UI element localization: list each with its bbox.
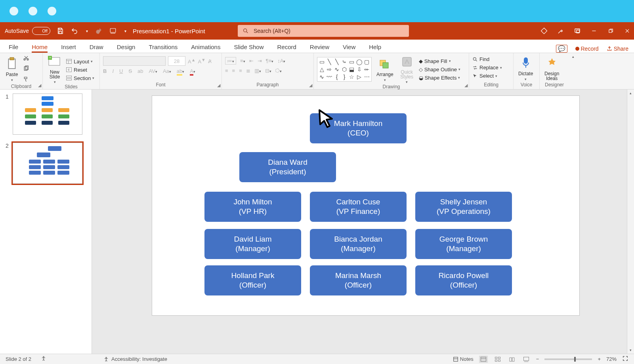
slide-counter[interactable]: Slide 2 of 2 [6, 356, 31, 362]
thumbnail-1-wrapper[interactable]: 1 [0, 90, 92, 139]
save-icon[interactable] [57, 27, 64, 34]
shape-effects-button[interactable]: ◒ Shape Effects▾ [419, 75, 460, 81]
zoom-slider[interactable] [544, 358, 592, 360]
replace-button[interactable]: Replace ▾ [472, 65, 502, 71]
thumbnail-2[interactable] [13, 143, 82, 184]
shape-callout-icon[interactable]: ⬰ [363, 66, 370, 73]
align-center-button[interactable]: ≡ [232, 68, 235, 74]
shape-curve-icon[interactable]: ∿ [333, 66, 341, 73]
share-button[interactable]: Share [607, 46, 628, 52]
paragraph-dialog-launcher[interactable]: ◢ [309, 83, 312, 88]
copy-icon[interactable] [23, 65, 29, 73]
tab-animations[interactable]: Animations [191, 44, 220, 53]
restore-button[interactable] [607, 27, 614, 34]
shape-textbox-icon[interactable]: ▭ [318, 58, 326, 66]
smartart-button[interactable]: ⭔▾ [275, 68, 282, 74]
italic-button[interactable]: I [112, 68, 114, 74]
slide-editor[interactable]: Mark Hamilton (CEO) Diana Ward (Presiden… [92, 90, 627, 354]
zoom-in-button[interactable]: + [598, 356, 601, 362]
diamond-icon[interactable] [540, 27, 548, 34]
org-box-president[interactable]: Diana Ward (President) [239, 152, 336, 182]
minimize-button[interactable] [590, 27, 598, 34]
zoom-out-button[interactable]: − [536, 356, 539, 362]
shadow-button[interactable]: ab [137, 68, 143, 74]
shape-hex-icon[interactable]: ⬡ [341, 66, 348, 73]
decrease-indent-button[interactable]: ⇤ [249, 58, 254, 64]
align-text-button[interactable]: ⊟▾ [265, 68, 271, 74]
tab-help[interactable]: Help [369, 44, 381, 53]
shape-more-icon[interactable]: ⋯ [363, 73, 370, 80]
thumbnail-2-wrapper[interactable]: 2 [0, 139, 92, 188]
org-box-vp-ops[interactable]: Shelly Jensen (VP Operations) [415, 192, 512, 222]
shape-arrowd-icon[interactable]: ⇩ [355, 66, 363, 73]
shape-freeform-icon[interactable]: ∿ [318, 73, 326, 80]
shape-block-icon[interactable]: ⬓ [348, 66, 355, 73]
accessibility-status[interactable]: Accessibility: Investigate [103, 356, 167, 362]
scroll-up-icon[interactable]: ▴ [630, 91, 632, 95]
dictate-button[interactable]: Dictate▾ [517, 56, 535, 81]
shape-rect-icon[interactable]: ▭ [348, 58, 355, 66]
thumbnail-1[interactable] [13, 93, 82, 135]
comments-button[interactable]: 💬 [556, 45, 567, 53]
org-box-off-1[interactable]: Holland Park (Officer) [204, 265, 301, 295]
shape-action-icon[interactable]: ▷ [355, 73, 363, 80]
layout-button[interactable]: Layout▾ [66, 59, 94, 65]
collapse-ribbon-icon[interactable]: ▴ [572, 55, 574, 59]
eyedropper-icon[interactable] [557, 27, 564, 34]
thumbnail-pane[interactable]: 1 2 [0, 90, 92, 354]
paste-button[interactable]: Paste ▾ [3, 57, 21, 82]
search-box[interactable]: Search (Alt+Q) [238, 25, 409, 37]
org-box-off-2[interactable]: Marina Marsh (Officer) [310, 265, 407, 295]
org-box-vp-finance[interactable]: Carlton Cuse (VP Finance) [310, 192, 407, 222]
font-dialog-launcher[interactable]: ◢ [217, 83, 220, 88]
undo-icon[interactable] [71, 27, 78, 34]
increase-font-icon[interactable]: A▲ [188, 57, 195, 65]
shape-star-icon[interactable]: ☆ [348, 73, 355, 80]
close-button[interactable] [624, 27, 631, 34]
justify-button[interactable]: ≣ [246, 68, 250, 74]
org-box-mgr-2[interactable]: Bianca Jordan (Manager) [310, 229, 407, 259]
clipboard-dialog-launcher[interactable]: ◢ [38, 83, 41, 88]
vertical-scrollbar[interactable]: ▴ ▾ [627, 90, 634, 354]
new-slide-button[interactable]: + New Slide ▾ [46, 55, 63, 84]
shape-roundrect-icon[interactable]: ▢ [363, 58, 370, 66]
select-button[interactable]: Select▾ [472, 73, 497, 79]
org-box-mgr-3[interactable]: George Brown (Manager) [415, 229, 512, 259]
shape-arrow-icon[interactable]: ⇨ [326, 66, 333, 73]
zoom-level[interactable]: 72% [606, 356, 617, 362]
shape-connector-icon[interactable]: ⤷ [341, 58, 348, 66]
shape-curve2-icon[interactable]: 〰 [326, 73, 333, 80]
window-minimize-dot[interactable] [29, 7, 37, 15]
align-right-button[interactable]: ≡ [239, 68, 242, 74]
slide-canvas[interactable]: Mark Hamilton (CEO) Diana Ward (Presiden… [152, 96, 579, 315]
font-name-combo[interactable] [103, 56, 166, 66]
bullets-button[interactable]: ≔▾ [225, 57, 236, 65]
shape-line-icon[interactable]: ╲ [326, 58, 333, 66]
fit-to-window-button[interactable] [622, 355, 628, 363]
numbering-button[interactable]: ≡▾ [240, 58, 245, 64]
font-color-button[interactable]: A▾ [190, 68, 195, 74]
window-close-dot[interactable] [10, 7, 18, 15]
scroll-down-icon[interactable]: ▾ [630, 348, 632, 352]
reset-button[interactable]: Reset [66, 67, 94, 73]
increase-indent-button[interactable]: ⇥ [258, 58, 262, 64]
org-box-vp-hr[interactable]: John Milton (VP HR) [204, 192, 301, 222]
shape-outline-button[interactable]: ◇ Shape Outline▾ [419, 67, 460, 72]
tab-insert[interactable]: Insert [61, 44, 76, 53]
shape-triangle-icon[interactable]: △ [318, 66, 326, 73]
section-button[interactable]: Section▾ [66, 75, 94, 81]
arrange-button[interactable]: Arrange▾ [375, 57, 395, 82]
normal-view-button[interactable] [479, 356, 488, 363]
clear-formatting-icon[interactable]: A̷ [208, 58, 212, 64]
display-settings-icon[interactable] [574, 27, 581, 34]
text-direction-button[interactable]: ↕A▾ [277, 58, 285, 64]
window-zoom-dot[interactable] [48, 7, 56, 15]
redo-icon[interactable] [95, 27, 102, 34]
tab-view[interactable]: View [343, 44, 355, 53]
tab-draw[interactable]: Draw [90, 44, 103, 53]
reading-view-button[interactable] [508, 356, 516, 363]
qat-customize[interactable]: ▾ [124, 29, 126, 33]
shape-oval-icon[interactable]: ◯ [355, 58, 363, 66]
align-left-button[interactable]: ≡ [225, 68, 228, 74]
highlight-button[interactable]: ab▾ [177, 68, 184, 74]
